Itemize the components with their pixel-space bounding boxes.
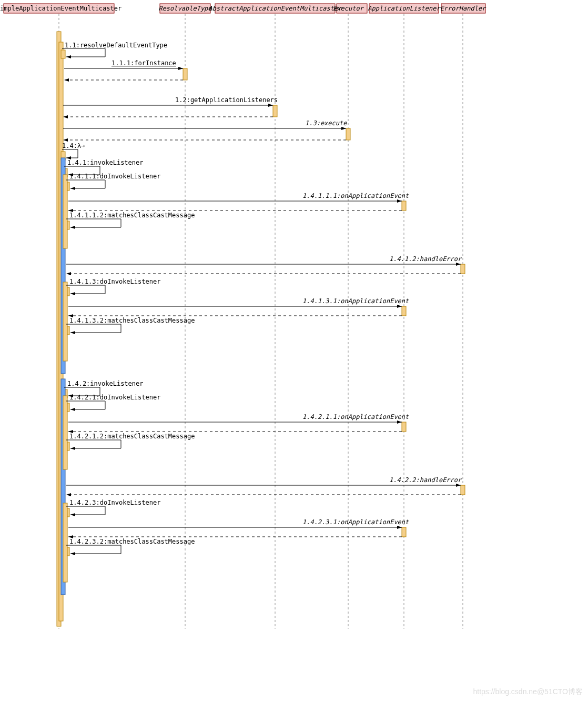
svg-rect-36	[63, 175, 67, 248]
participant-label: ResolvableType	[158, 5, 212, 12]
messages: 1.1:resolveDefaultEventType 1.1.1:forIns…	[62, 42, 462, 554]
watermark: https://blog.csdn.ne@51CTO博客	[473, 687, 583, 697]
svg-text:1.4.2.1.1:onApplicationEvent: 1.4.2.1.1:onApplicationEvent	[302, 413, 409, 420]
svg-text:1.4.2:invokeListener: 1.4.2:invokeListener	[67, 380, 144, 387]
participant-label: ApplicationListener	[368, 5, 441, 12]
svg-rect-15	[273, 105, 277, 117]
svg-text:1.4.1:invokeListener: 1.4.1:invokeListener	[67, 159, 144, 166]
svg-rect-39	[63, 396, 67, 469]
participant-label: ErrorHandler	[440, 5, 486, 12]
svg-text:1.3:execute: 1.3:execute	[305, 119, 347, 127]
svg-rect-21	[461, 485, 465, 495]
participant-label: AbstractApplicationEventMulticaster	[209, 5, 343, 12]
svg-text:1.4.1.2:handleError: 1.4.1.2:handleError	[389, 255, 462, 263]
svg-text:1.4.1.3.2:matchesClassCastMess: 1.4.1.3.2:matchesClassCastMessage	[69, 317, 195, 324]
svg-text:1.4.1.3.1:onApplicationEvent: 1.4.1.3.1:onApplicationEvent	[302, 297, 409, 305]
svg-text:1.4.2.2:handleError: 1.4.2.2:handleError	[389, 476, 462, 484]
participant-label: SimpleApplicationEventMulticaster	[0, 5, 121, 12]
svg-rect-19	[402, 306, 406, 316]
svg-text:1.1.1:forInstance: 1.1.1:forInstance	[111, 59, 176, 67]
svg-rect-20	[402, 422, 406, 432]
svg-text:1.4.2.3.1:onApplicationEvent: 1.4.2.3.1:onApplicationEvent	[302, 518, 409, 526]
svg-rect-16	[346, 128, 350, 140]
svg-text:1.4.1.3:doInvokeListener: 1.4.1.3:doInvokeListener	[69, 278, 160, 285]
svg-text:1.4:λ→: 1.4:λ→	[62, 142, 85, 149]
sequence-diagram: SimpleApplicationEventMulticaster Resolv…	[0, 0, 588, 701]
svg-text:1.4.2.1.2:matchesClassCastMess: 1.4.2.1.2:matchesClassCastMessage	[69, 433, 195, 440]
svg-rect-37	[63, 282, 67, 361]
svg-rect-40	[63, 503, 67, 582]
svg-text:1.1:resolveDefaultEventType: 1.1:resolveDefaultEventType	[65, 42, 167, 49]
svg-text:1.4.2.3:doInvokeListener: 1.4.2.3:doInvokeListener	[69, 499, 160, 506]
svg-text:1.4.2.1:doInvokeListener: 1.4.2.1:doInvokeListener	[69, 394, 160, 401]
svg-rect-17	[402, 201, 406, 211]
svg-text:1.4.1.1.2:matchesClassCastMess: 1.4.1.1.2:matchesClassCastMessage	[69, 212, 195, 219]
svg-rect-22	[402, 527, 406, 537]
svg-text:1.4.1.1.1:onApplicationEvent: 1.4.1.1.1:onApplicationEvent	[302, 192, 409, 199]
svg-text:1.2:getApplicationListeners: 1.2:getApplicationListeners	[175, 96, 278, 104]
svg-rect-14	[183, 68, 187, 80]
svg-rect-23	[61, 50, 65, 58]
svg-text:1.4.2.3.2:matchesClassCastMess: 1.4.2.3.2:matchesClassCastMessage	[69, 538, 195, 545]
participant-label: Executor	[333, 5, 364, 12]
svg-text:1.4.1.1:doInvokeListener: 1.4.1.1:doInvokeListener	[69, 173, 160, 180]
svg-rect-18	[461, 264, 465, 274]
